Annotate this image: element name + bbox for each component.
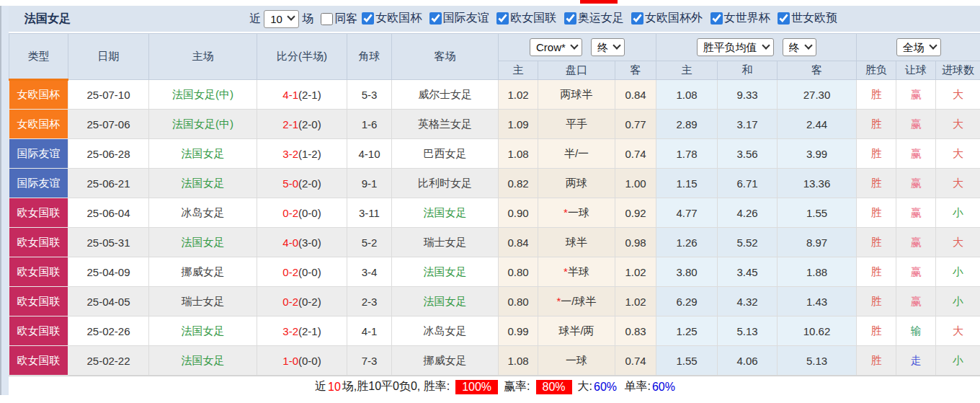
corner-score: 3-11 bbox=[347, 198, 392, 228]
league-filter-label: 奥运女足 bbox=[578, 11, 624, 26]
home-team[interactable]: 挪威女足 bbox=[149, 257, 257, 287]
league-filter[interactable]: 女欧国杯 bbox=[357, 11, 422, 26]
result-handicap: 赢 bbox=[896, 257, 936, 287]
league-filter-checkbox[interactable] bbox=[564, 12, 576, 25]
match-row: 欧女国联 25-02-22 法国女足 1-0(0-0) 7-3 挪威女足 1.0… bbox=[9, 346, 980, 376]
same-away-label: 同客 bbox=[334, 12, 357, 27]
match-row: 欧女国联 25-05-31 法国女足 4-0(3-0) 5-2 瑞士女足 0.8… bbox=[9, 228, 980, 257]
col-header-date[interactable]: 日期 bbox=[68, 34, 149, 80]
league-badge: 国际友谊 bbox=[9, 139, 68, 169]
handicap-rate-badge: 80% bbox=[536, 380, 572, 394]
league-filter-checkbox[interactable] bbox=[778, 12, 790, 25]
away-team[interactable]: 比利时女足 bbox=[392, 169, 499, 198]
handicap-cell: 球半/两 bbox=[538, 316, 615, 346]
away-team[interactable]: 法国女足 bbox=[392, 287, 499, 316]
league-filter[interactable]: 世女欧预 bbox=[773, 11, 837, 26]
match-date: 25-06-21 bbox=[68, 169, 149, 198]
filter-controls: 近 10 场 同客 女欧国杯 bbox=[246, 10, 837, 28]
same-away-toggle[interactable]: 同客 bbox=[316, 12, 357, 27]
away-team[interactable]: 挪威女足 bbox=[392, 346, 499, 376]
company-state-select-wrap: 终 bbox=[591, 38, 625, 56]
half-score: (0-0) bbox=[298, 207, 321, 219]
league-filter[interactable]: 女世界杯 bbox=[706, 11, 770, 26]
match-date: 25-07-10 bbox=[68, 80, 149, 110]
home-team[interactable]: 法国女足 bbox=[149, 228, 257, 257]
col-header-away[interactable]: 客场 bbox=[392, 34, 499, 80]
avg-select-wrap: 胜平负均值 bbox=[697, 38, 774, 56]
avg-draw-odds: 9.33 bbox=[718, 80, 778, 110]
score-cell: 4-0(3-0) bbox=[257, 228, 347, 257]
result-handicap: 赢 bbox=[896, 139, 936, 169]
home-team[interactable]: 法国女足 bbox=[149, 316, 257, 346]
col-header-score[interactable]: 比分(半场) bbox=[257, 34, 347, 80]
odds-away: 1.00 bbox=[615, 169, 656, 198]
away-team[interactable]: 巴西女足 bbox=[392, 139, 499, 169]
final-score: 2-1 bbox=[282, 118, 298, 130]
final-score: 1-0 bbox=[282, 355, 298, 367]
avg-state-select[interactable]: 终 bbox=[783, 38, 816, 56]
league-filter[interactable]: 国际友谊 bbox=[425, 11, 489, 26]
col-header-type[interactable]: 类型 bbox=[9, 34, 68, 80]
odds-state-select[interactable]: 终 bbox=[591, 38, 625, 56]
league-filter[interactable]: 女欧国杯外 bbox=[627, 11, 703, 26]
league-filter-checkbox[interactable] bbox=[362, 12, 374, 25]
result-handicap: 赢 bbox=[896, 169, 936, 198]
home-team[interactable]: 法国女足(中) bbox=[149, 80, 257, 110]
same-away-checkbox[interactable] bbox=[321, 13, 333, 25]
handicap-cell: *半球 bbox=[538, 257, 615, 287]
score-cell: 0-2(0-0) bbox=[257, 198, 347, 228]
avg-away-odds: 1.43 bbox=[778, 287, 857, 316]
summary-bar: 近10场,胜10平0负0, 胜率:100%赢率:80%大:60% 单率:60% bbox=[9, 376, 980, 397]
away-team[interactable]: 英格兰女足 bbox=[392, 110, 499, 139]
col-header-corner[interactable]: 角球 bbox=[347, 34, 392, 80]
match-date: 25-07-06 bbox=[68, 110, 149, 139]
spacer bbox=[618, 381, 621, 394]
away-team[interactable]: 法国女足 bbox=[392, 198, 499, 228]
home-team[interactable]: 法国女足(中) bbox=[149, 110, 257, 139]
league-filter-checkbox[interactable] bbox=[631, 12, 643, 25]
final-score: 5-0 bbox=[282, 177, 298, 190]
avg-home-odds: 4.77 bbox=[656, 198, 718, 228]
score-cell: 2-1(2-0) bbox=[257, 110, 347, 139]
league-filter-checkbox[interactable] bbox=[429, 12, 442, 25]
recent-count-select[interactable]: 10 bbox=[264, 10, 299, 28]
handicap-cell: 球半 bbox=[538, 228, 615, 257]
summary-count: 10 bbox=[328, 381, 341, 394]
avg-odds-select[interactable]: 胜平负均值 bbox=[697, 38, 774, 56]
half-score: (2-1) bbox=[298, 89, 321, 101]
final-score: 4-0 bbox=[282, 236, 298, 249]
handicap-value: 球半/两 bbox=[558, 324, 594, 337]
league-filter-checkbox[interactable] bbox=[710, 12, 723, 25]
match-row: 女欧国杯 25-07-06 法国女足(中) 2-1(2-0) 1-6 英格兰女足… bbox=[9, 110, 980, 139]
avg-draw-odds: 3.56 bbox=[718, 139, 778, 169]
result-wdl: 胜 bbox=[857, 228, 896, 257]
result-goals: 大 bbox=[936, 110, 980, 139]
home-team[interactable]: 法国女足 bbox=[149, 346, 257, 376]
away-team[interactable]: 冰岛女足 bbox=[392, 316, 499, 346]
col-header-home[interactable]: 主场 bbox=[149, 34, 257, 80]
result-wdl: 胜 bbox=[857, 169, 896, 198]
avg-select-group: 胜平负均值 终 bbox=[656, 34, 857, 61]
home-team[interactable]: 法国女足 bbox=[149, 169, 257, 198]
odds-company-select[interactable]: Crow* bbox=[530, 38, 582, 56]
league-filter[interactable]: 欧女国联 bbox=[492, 11, 556, 26]
avg-away-odds: 1.88 bbox=[778, 257, 857, 287]
sub-header-handicap: 盘口 bbox=[538, 61, 615, 80]
away-team[interactable]: 瑞士女足 bbox=[392, 228, 499, 257]
odds-away: 0.98 bbox=[615, 228, 656, 257]
home-team[interactable]: 瑞士女足 bbox=[149, 287, 257, 316]
league-filter[interactable]: 奥运女足 bbox=[560, 11, 624, 26]
home-team[interactable]: 冰岛女足 bbox=[149, 198, 257, 228]
result-wdl: 胜 bbox=[857, 110, 896, 139]
active-tab-indicator bbox=[580, 0, 618, 4]
score-cell: 0-2(0-2) bbox=[257, 287, 347, 316]
result-goals: 小 bbox=[936, 198, 980, 228]
scope-select[interactable]: 全场 bbox=[896, 38, 941, 56]
away-team[interactable]: 威尔士女足 bbox=[392, 80, 499, 110]
half-score: (1-2) bbox=[298, 148, 321, 160]
home-team[interactable]: 法国女足 bbox=[149, 139, 257, 169]
away-team[interactable]: 法国女足 bbox=[392, 257, 499, 287]
result-wdl: 胜 bbox=[857, 346, 896, 376]
match-row: 国际友谊 25-06-21 法国女足 5-0(2-0) 9-1 比利时女足 0.… bbox=[9, 169, 980, 198]
league-filter-checkbox[interactable] bbox=[496, 12, 509, 25]
